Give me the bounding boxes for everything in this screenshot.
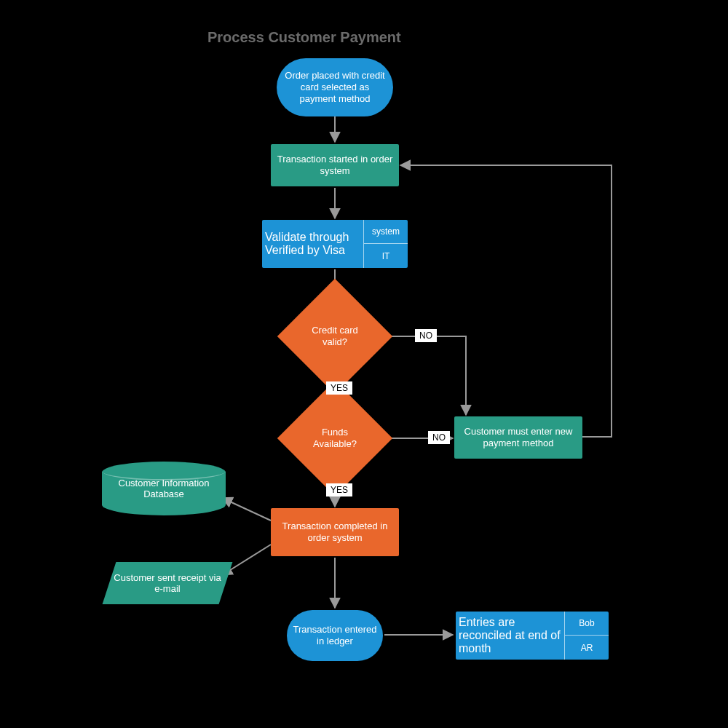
node-email-label: Customer sent receipt via e-mail — [109, 572, 226, 594]
node-database-label: Customer Information Database — [109, 478, 218, 499]
node-validate-main: Validate through Verified by Visa — [262, 220, 364, 268]
node-txn-complete: Transaction completed in order system — [271, 508, 399, 556]
node-reconcile-r2: AR — [565, 636, 609, 660]
node-ledger-label: Transaction entered in ledger — [291, 624, 379, 648]
node-txn-start-label: Transaction started in order system — [275, 154, 395, 178]
node-reconcile-r1: Bob — [565, 612, 609, 636]
node-funds: Funds Available? — [294, 397, 376, 479]
node-cc-valid: Credit card valid? — [294, 296, 376, 377]
label-yes-1: YES — [326, 381, 352, 395]
node-new-method-label: Customer must enter new payment method — [459, 426, 578, 450]
label-yes-2: YES — [326, 483, 352, 496]
node-start-label: Order placed with credit card selected a… — [281, 70, 389, 106]
node-cc-valid-label: Credit card valid? — [294, 296, 376, 377]
node-validate-r1: system — [364, 220, 408, 244]
node-validate-r2: IT — [364, 244, 408, 268]
node-database: Customer Information Database — [102, 462, 226, 515]
node-txn-start: Transaction started in order system — [271, 144, 399, 186]
node-new-method: Customer must enter new payment method — [454, 416, 582, 459]
node-reconcile: Entries are reconciled at end of month B… — [456, 612, 609, 660]
label-no-1: NO — [415, 329, 437, 342]
node-funds-label: Funds Available? — [294, 397, 376, 479]
chart-title: Process Customer Payment — [207, 29, 401, 46]
node-validate: Validate through Verified by Visa system… — [262, 220, 408, 268]
node-txn-complete-label: Transaction completed in order system — [275, 521, 395, 545]
node-ledger: Transaction entered in ledger — [287, 610, 383, 661]
node-email: Customer sent receipt via e-mail — [103, 562, 233, 604]
node-start: Order placed with credit card selected a… — [277, 58, 393, 116]
node-reconcile-main: Entries are reconciled at end of month — [456, 612, 565, 660]
svg-line-8 — [222, 498, 271, 521]
flowchart-canvas: Process Customer Payment — [0, 0, 728, 728]
label-no-2: NO — [428, 431, 450, 444]
